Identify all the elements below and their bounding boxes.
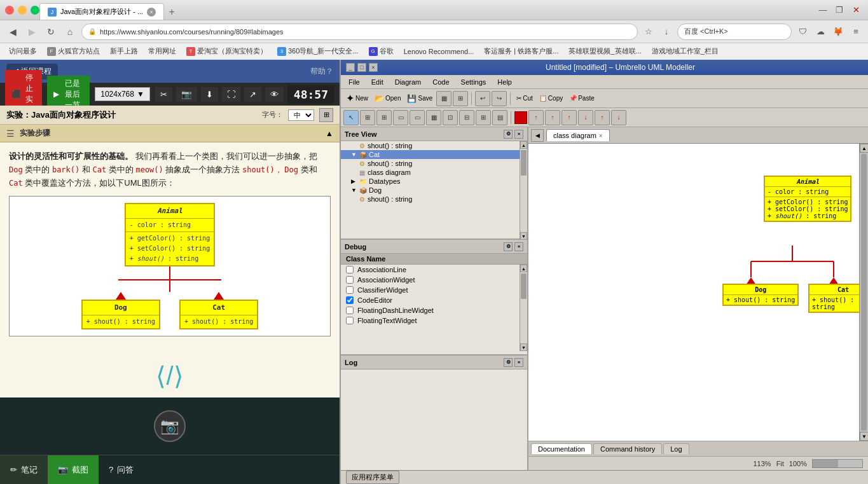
draw-tool-6[interactable]: ⊡	[443, 110, 458, 125]
draw-tool-1[interactable]: ⊞	[360, 110, 375, 125]
bookmark-item[interactable]: T 爱淘宝（原淘宝特卖）	[183, 45, 271, 57]
debug-scroll-up[interactable]: ▲	[520, 265, 527, 272]
scroll-down-arrow[interactable]: ▼	[520, 232, 527, 240]
documentation-tab[interactable]: Documentation	[531, 443, 592, 454]
bookmark-item[interactable]: 游戏地域工作室_栏目	[648, 45, 722, 57]
bookmark-item[interactable]: G 谷歌	[365, 45, 397, 57]
menu-code[interactable]: Code	[427, 77, 454, 87]
search-box[interactable]: 百度 <Ctrl+K>	[677, 24, 792, 40]
cat-node[interactable]: Cat + shout() : string	[808, 284, 859, 313]
arrow-up-2[interactable]: ↑	[545, 110, 560, 125]
forward-nav-button[interactable]: ▶	[24, 24, 39, 39]
log-settings-btn[interactable]: ⚙	[504, 358, 513, 367]
cursor-tool[interactable]: ↖	[343, 110, 359, 125]
arrow-up-1[interactable]: ↑	[528, 110, 544, 125]
scissors-button[interactable]: ✂	[155, 87, 172, 102]
toolbar-btn-1[interactable]: ▦	[436, 91, 451, 106]
tree-close-btn[interactable]: ×	[514, 130, 523, 139]
arrow-down-2[interactable]: ↓	[611, 110, 626, 125]
tab-close-x[interactable]: ×	[599, 132, 603, 139]
close-button[interactable]	[5, 6, 14, 15]
qa-button[interactable]: ? 问答	[99, 455, 144, 485]
taskbar-item[interactable]: 应用程序菜单	[346, 471, 399, 484]
debug-close-btn[interactable]: ×	[514, 242, 523, 251]
new-button[interactable]: ✦ New	[343, 92, 371, 104]
tree-item-dog[interactable]: ▼ 📦 Dog	[341, 186, 520, 195]
open-button[interactable]: 📂 Open	[372, 94, 403, 103]
tab-close-button[interactable]: ×	[147, 8, 156, 17]
debug-checkbox-1[interactable]	[346, 266, 354, 273]
uml-minimize-button[interactable]: _	[346, 63, 355, 72]
download-toolbar-button[interactable]: ⬇	[201, 87, 218, 102]
address-input[interactable]: 🔒 https://www.shiyanlou.com/courses/runn…	[81, 24, 638, 40]
close-window-btn[interactable]: ✕	[849, 3, 863, 17]
log-tab[interactable]: Log	[663, 443, 689, 454]
back-nav-button[interactable]: ◀	[5, 24, 20, 39]
bookmark-star-button[interactable]: ☆	[642, 25, 656, 39]
font-size-selector[interactable]: 中 大 小	[288, 109, 314, 121]
menu-diagram[interactable]: Diagram	[390, 77, 427, 87]
arrow-up-3[interactable]: ↑	[561, 110, 577, 125]
log-close-btn[interactable]: ×	[514, 358, 523, 367]
tree-item-datatypes[interactable]: ▶ 📁 Datatypes	[341, 177, 520, 186]
debug-scroll-down[interactable]: ▼	[520, 343, 527, 351]
toolbar-btn-2[interactable]: ⊞	[453, 91, 468, 106]
diagram-canvas[interactable]: Animal - color : string + getColor() : s…	[528, 144, 859, 441]
menu-edit[interactable]: Edit	[366, 77, 389, 87]
cut-button[interactable]: ✂ Cut	[514, 95, 535, 102]
menu-settings[interactable]: Settings	[456, 77, 492, 87]
menu-help[interactable]: Help	[492, 77, 517, 87]
draw-tool-3[interactable]: ▭	[393, 110, 408, 125]
new-tab-button[interactable]: +	[164, 4, 179, 20]
draw-tool-7[interactable]: ⊟	[459, 110, 474, 125]
bookmark-item[interactable]: F 火狐官方站点	[43, 45, 104, 57]
zoom-slider[interactable]	[812, 459, 863, 468]
draw-tool-4[interactable]: ▭	[410, 110, 425, 125]
scroll-up-button[interactable]: ▲	[326, 129, 333, 138]
tree-item-classdiagram[interactable]: ▦ class diagram	[341, 168, 520, 177]
bookmark-item[interactable]: 新手上路	[106, 45, 142, 57]
command-history-tab[interactable]: Command history	[593, 443, 662, 454]
resolution-selector[interactable]: 1024x768 ▼	[95, 87, 150, 101]
class-diagram-tab[interactable]: class diagram ×	[546, 129, 610, 141]
active-tab[interactable]: J Java面向对象程序设计 - ... ×	[39, 3, 164, 20]
bookmark-item[interactable]: 访问最多	[5, 45, 41, 57]
tree-item-shout2[interactable]: ⚙ shout() : string	[341, 159, 520, 168]
screenshot-toolbar-button[interactable]: 📷	[176, 87, 197, 102]
minimize-button[interactable]	[18, 6, 27, 15]
scroll-up-btn[interactable]: ▲	[860, 144, 868, 153]
arrow-up-4[interactable]: ↑	[595, 110, 610, 125]
screenshot-button[interactable]: 📷 截图	[48, 455, 99, 485]
draw-tool-8[interactable]: ⊞	[476, 110, 491, 125]
menu-file[interactable]: File	[343, 77, 365, 87]
minimize-window-btn[interactable]: —	[816, 3, 830, 17]
arrow-down-1[interactable]: ↓	[578, 110, 593, 125]
uml-restore-button[interactable]: □	[357, 63, 366, 72]
tree-settings-btn[interactable]: ⚙	[504, 130, 513, 139]
home-button[interactable]: ⌂	[62, 24, 78, 39]
paste-button[interactable]: 📌 Paste	[567, 95, 597, 102]
sync-button[interactable]: ☁	[813, 25, 827, 39]
copy-button[interactable]: 📋 Copy	[537, 95, 565, 102]
tree-item-shout3[interactable]: ⚙ shout() : string	[341, 195, 520, 204]
bookmark-item[interactable]: 英雄联盟视频_英雄联...	[565, 45, 645, 57]
debug-settings-btn[interactable]: ⚙	[504, 242, 513, 251]
reload-button[interactable]: ↻	[43, 24, 59, 39]
debug-checkbox-4[interactable]	[346, 296, 354, 304]
tree-item-cat[interactable]: ▼ 📦 Cat	[341, 150, 520, 159]
bookmark-item[interactable]: 3 360导航_新一代安全...	[273, 45, 362, 57]
external-button[interactable]: ↗	[244, 87, 261, 102]
menu-button[interactable]: ≡	[849, 25, 863, 39]
uml-close-button[interactable]: ×	[369, 63, 378, 72]
scroll-left-tab[interactable]: ◀	[531, 129, 544, 142]
bookmark-item[interactable]: 常用网址	[144, 45, 180, 57]
note-button[interactable]: ✏ 笔记	[0, 455, 48, 485]
bookmark-item[interactable]: Lenovo Recommend...	[400, 46, 478, 57]
scroll-down-btn[interactable]: ▼	[860, 432, 868, 441]
eye-button[interactable]: 👁	[265, 87, 284, 102]
dog-node[interactable]: Dog + shout() : string	[722, 284, 799, 306]
debug-checkbox-6[interactable]	[346, 317, 354, 324]
debug-checkbox-3[interactable]	[346, 286, 354, 294]
undo-button[interactable]: ↩	[475, 91, 490, 106]
draw-tool-2[interactable]: ⊞	[376, 110, 392, 125]
